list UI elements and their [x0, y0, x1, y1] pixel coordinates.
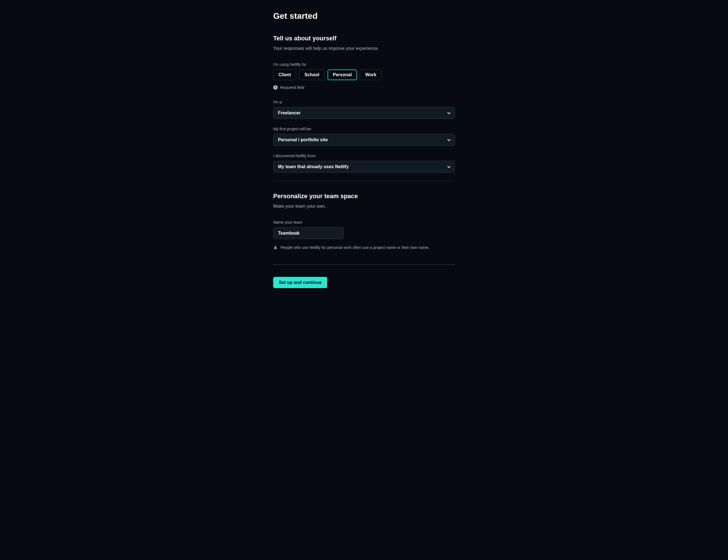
- role-label: I'm a:: [273, 100, 455, 104]
- setup-continue-button[interactable]: Set up and continue: [273, 277, 327, 288]
- section-team-subtitle: Make your team your own.: [273, 204, 455, 209]
- pill-personal[interactable]: Personal: [328, 70, 357, 80]
- info-icon: [273, 85, 278, 90]
- pill-school[interactable]: School: [299, 70, 325, 80]
- role-select[interactable]: Freelancer: [273, 107, 455, 119]
- team-name-hint-text: People who use Netlify for personal work…: [281, 245, 429, 250]
- section-team-title: Personalize your team space: [273, 193, 455, 200]
- project-select[interactable]: Personal / portfolio site: [273, 134, 455, 146]
- team-name-input[interactable]: [273, 227, 344, 239]
- pill-client[interactable]: Client: [273, 70, 296, 80]
- project-label: My first project will be:: [273, 127, 455, 131]
- page-title: Get started: [273, 11, 455, 21]
- using-for-pill-group: Client School Personal Work: [273, 70, 455, 80]
- pill-work[interactable]: Work: [360, 70, 381, 80]
- section-about-title: Tell us about yourself: [273, 35, 455, 42]
- rocket-icon: [273, 246, 278, 250]
- required-field-text: Required field: [280, 85, 304, 90]
- team-name-label: Name your team: [273, 220, 455, 225]
- svg-point-1: [275, 86, 276, 87]
- section-about-subtitle: Your responses will help us improve your…: [273, 46, 455, 51]
- discovered-select[interactable]: My team that already uses Netlify: [273, 161, 455, 173]
- discovered-label: I discovered Netlify from:: [273, 154, 455, 158]
- footer-divider: [273, 264, 455, 265]
- section-divider: [273, 181, 455, 181]
- svg-rect-2: [275, 87, 276, 89]
- using-for-label: I'm using Netlify for: [273, 62, 455, 67]
- required-field-note: Required field: [273, 85, 455, 90]
- team-name-hint: People who use Netlify for personal work…: [273, 245, 455, 250]
